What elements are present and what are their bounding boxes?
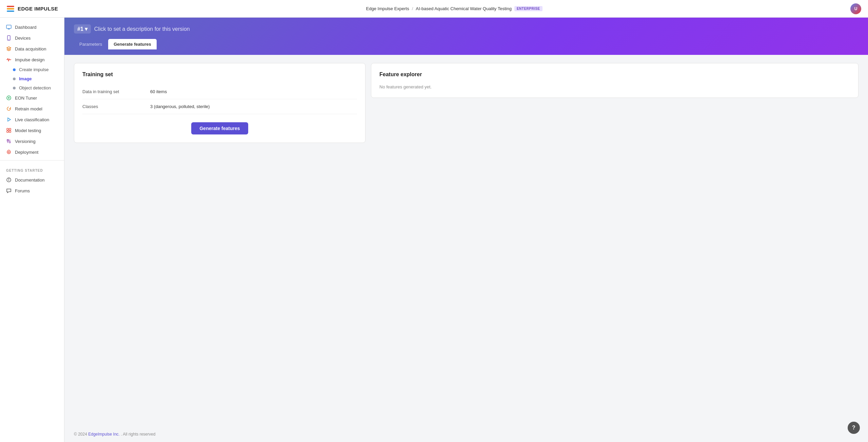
getting-started-label: GETTING STARTED (0, 163, 64, 174)
data-label-training: Data in training set (82, 89, 150, 94)
svg-point-18 (9, 179, 9, 179)
footer-company-link[interactable]: EdgeImpulse Inc. (88, 432, 120, 437)
tab-parameters[interactable]: Parameters (74, 39, 107, 49)
version-badge[interactable]: #1 ▾ (74, 24, 91, 34)
breadcrumb-separator: / (412, 6, 413, 11)
footer-rights: . All rights reserved (121, 432, 155, 437)
sidebar-label-object-detection: Object detection (19, 85, 51, 90)
sidebar-label-live-classification: Live classification (15, 117, 49, 122)
data-value-training: 60 items (150, 89, 167, 94)
sidebar-item-forums[interactable]: Forums (0, 185, 64, 196)
forum-icon (6, 188, 12, 193)
version-row: #1 ▾ Click to set a description for this… (74, 24, 859, 34)
monitor-icon (6, 24, 12, 30)
svg-rect-0 (6, 25, 11, 28)
logo-bar-yellow (7, 8, 14, 9)
sidebar-label-forums: Forums (15, 188, 30, 193)
sidebar-item-deployment[interactable]: Deployment (0, 147, 64, 157)
data-value-classes: 3 (dangerous, polluted, sterile) (150, 104, 210, 109)
sidebar-label-data-acquisition: Data acquisition (15, 46, 46, 51)
svg-marker-6 (8, 118, 11, 121)
logo-bar-red (7, 6, 14, 7)
sidebar-label-deployment: Deployment (15, 150, 38, 155)
sidebar-label-impulse-design: Impulse design (15, 57, 44, 62)
dot-image (13, 78, 16, 80)
breadcrumb-project: AI-based Aquatic Chemical Water Quality … (416, 6, 512, 11)
sidebar-divider (0, 160, 64, 161)
live-icon (6, 117, 12, 122)
svg-point-11 (7, 140, 8, 142)
dot-create-impulse (13, 68, 16, 71)
sidebar-item-model-testing[interactable]: Model testing (0, 125, 64, 136)
svg-rect-8 (9, 128, 11, 130)
layers-icon (6, 46, 12, 51)
sidebar-label-versioning: Versioning (15, 139, 36, 144)
generate-features-button[interactable]: Generate features (191, 122, 248, 134)
sidebar-label-create-impulse: Create impulse (19, 67, 48, 72)
deploy-icon (6, 149, 12, 155)
data-label-classes: Classes (82, 104, 150, 109)
dot-object-detection (13, 87, 16, 89)
training-data-row: Data in training set 60 items (82, 84, 357, 99)
sidebar: Dashboard Devices Data acquisition (0, 18, 64, 442)
tab-generate-features[interactable]: Generate features (108, 39, 157, 49)
sidebar-label-retrain-model: Retrain model (15, 106, 42, 111)
training-set-title: Training set (82, 71, 357, 78)
sidebar-label-dashboard: Dashboard (15, 25, 37, 30)
logo-text: EDGE IMPULSE (18, 6, 58, 12)
sidebar-label-devices: Devices (15, 36, 31, 41)
pulse-icon (6, 57, 12, 62)
svg-rect-10 (9, 131, 11, 132)
user-avatar[interactable]: U (850, 3, 861, 14)
topbar-breadcrumb: Edge Impulse Experts / AI-based Aquatic … (366, 6, 542, 11)
sidebar-item-impulse-design[interactable]: Impulse design (0, 54, 64, 65)
classes-data-row: Classes 3 (dangerous, polluted, sterile) (82, 99, 357, 114)
logo-bar-blue (7, 10, 14, 12)
training-set-panel: Training set Data in training set 60 ite… (74, 63, 366, 143)
device-icon (6, 35, 12, 41)
topbar: EDGE IMPULSE Edge Impulse Experts / AI-b… (0, 0, 868, 18)
sidebar-item-eon-tuner[interactable]: EON Tuner (0, 92, 64, 103)
enterprise-badge: ENTERPRISE (514, 6, 542, 11)
page-header: #1 ▾ Click to set a description for this… (64, 18, 868, 55)
svg-point-15 (8, 151, 9, 153)
doc-icon (6, 177, 12, 183)
sidebar-item-documentation[interactable]: Documentation (0, 174, 64, 185)
no-features-message: No features generated yet. (379, 84, 850, 89)
sidebar-item-retrain-model[interactable]: Retrain model (0, 103, 64, 114)
svg-rect-9 (7, 131, 8, 132)
sidebar-subitem-create-impulse[interactable]: Create impulse (0, 65, 64, 74)
sidebar-item-dashboard[interactable]: Dashboard (0, 22, 64, 33)
content-area: Training set Data in training set 60 ite… (64, 55, 868, 426)
retrain-icon (6, 106, 12, 111)
eon-icon (6, 95, 12, 101)
tabs-row: Parameters Generate features (74, 39, 859, 49)
generate-btn-row: Generate features (82, 122, 357, 134)
breadcrumb-experts[interactable]: Edge Impulse Experts (366, 6, 409, 11)
app-body: Dashboard Devices Data acquisition (0, 18, 868, 442)
sidebar-subitem-image[interactable]: Image (0, 74, 64, 83)
version-description[interactable]: Click to set a description for this vers… (94, 26, 190, 32)
sidebar-label-eon-tuner: EON Tuner (15, 96, 37, 101)
logo-icon (7, 6, 14, 12)
sidebar-item-versioning[interactable]: Versioning (0, 136, 64, 147)
logo: EDGE IMPULSE (7, 6, 58, 12)
sidebar-label-image: Image (19, 76, 32, 81)
svg-point-13 (9, 142, 11, 143)
sidebar-subitem-object-detection[interactable]: Object detection (0, 83, 64, 92)
feature-explorer-panel: Feature explorer No features generated y… (371, 63, 859, 98)
panels-row: Training set Data in training set 60 ite… (74, 63, 859, 143)
help-button[interactable]: ? (848, 422, 860, 434)
sidebar-item-data-acquisition[interactable]: Data acquisition (0, 43, 64, 54)
version-icon (6, 139, 12, 144)
feature-explorer-title: Feature explorer (379, 71, 850, 78)
svg-rect-7 (7, 128, 8, 130)
footer: © 2024 EdgeImpulse Inc. . All rights res… (64, 426, 868, 442)
footer-copyright: © 2024 (74, 432, 87, 437)
sidebar-item-live-classification[interactable]: Live classification (0, 114, 64, 125)
sidebar-label-documentation: Documentation (15, 177, 44, 183)
main-content: #1 ▾ Click to set a description for this… (64, 18, 868, 442)
model-icon (6, 128, 12, 133)
sidebar-label-model-testing: Model testing (15, 128, 41, 133)
sidebar-item-devices[interactable]: Devices (0, 33, 64, 43)
